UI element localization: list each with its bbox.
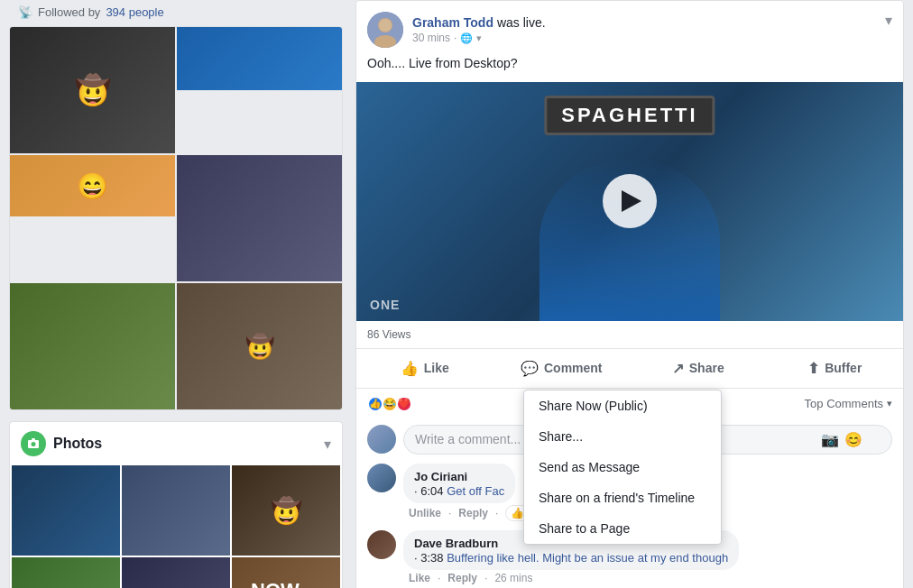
post-author-line: Graham Todd was live. — [412, 15, 546, 30]
photo-cell[interactable]: 😄 — [10, 155, 175, 216]
post-status: was live. — [497, 15, 546, 30]
action-bar: 👍 Like 💬 Comment ↗ Share ⬆ Buffer — [356, 349, 903, 389]
post-time-line: 30 mins · 🌐 ▾ — [412, 32, 546, 44]
photos-card: Photos ▾ 🤠 NOWWHAT? — [9, 421, 343, 588]
reaction-heart: ❤️ — [396, 396, 412, 412]
followed-by-section: 📡 Followed by 394 people — [9, 0, 343, 26]
current-user-avatar — [367, 425, 396, 454]
comment-author[interactable]: Jo Ciriani — [414, 470, 467, 483]
buffer-label: Buffer — [825, 361, 862, 375]
dropdown-arrow-icon[interactable]: ▾ — [476, 32, 482, 44]
photo-cell[interactable] — [177, 155, 342, 281]
buffer-button[interactable]: ⬆ Buffer — [767, 353, 904, 384]
photos-grid: 🤠 NOWWHAT? — [10, 465, 342, 588]
photo-grid-card: 🤠 😄 🤠 — [9, 26, 343, 410]
top-comments-label: Top Comments — [805, 397, 883, 410]
photos-header: Photos ▾ — [10, 422, 342, 465]
photo-thumb[interactable] — [12, 557, 120, 588]
comment-placeholder: Write a comment... — [415, 432, 521, 446]
share-to-page-option[interactable]: Share to a Page — [524, 513, 721, 544]
followed-by-text: Followed by — [38, 5, 100, 19]
like-button[interactable]: 👍 Like — [356, 353, 493, 384]
send-as-message-option[interactable]: Send as Message — [524, 452, 721, 482]
emoji-icon[interactable]: 😊 — [844, 431, 862, 448]
post-options-chevron[interactable]: ▾ — [885, 12, 892, 29]
photos-icon — [21, 431, 46, 456]
camera-icon[interactable]: 📷 — [821, 431, 839, 448]
photo-thumb[interactable] — [12, 465, 120, 556]
share-option[interactable]: Share... — [524, 421, 721, 452]
wifi-icon: 📡 — [18, 5, 32, 19]
like-button[interactable]: Like — [409, 572, 430, 584]
share-dropdown: Share Now (Public) Share... Send as Mess… — [523, 390, 722, 545]
photo-thumb[interactable] — [122, 557, 230, 588]
photo-grid: 🤠 😄 🤠 — [10, 27, 342, 409]
comment-timestamp: 3:38 — [420, 551, 443, 565]
video-views: 86 Views — [356, 321, 903, 349]
post-time: 30 mins — [412, 32, 450, 44]
play-icon — [622, 190, 641, 212]
comment-time-ago: 26 mins — [494, 572, 532, 584]
post-text: Ooh.... Live from Desktop? — [356, 55, 903, 82]
like-icon: 👍 — [401, 360, 419, 377]
photo-thumb[interactable]: 🤠 — [232, 465, 340, 556]
photos-chevron-icon[interactable]: ▾ — [324, 436, 331, 453]
top-comments-chevron-icon: ▾ — [887, 398, 892, 409]
comment-input-icons: 📷 😊 — [821, 431, 862, 448]
share-icon: ↗ — [672, 360, 684, 377]
unlike-button[interactable]: Unlike — [409, 507, 441, 519]
followed-count-link[interactable]: 394 people — [106, 5, 163, 19]
author-avatar[interactable] — [367, 12, 403, 48]
post-header-left: Graham Todd was live. 30 mins · 🌐 ▾ — [367, 12, 546, 48]
comment-author[interactable]: Dave Bradburn — [414, 537, 498, 550]
svg-rect-2 — [32, 438, 35, 441]
post-author[interactable]: Graham Todd — [412, 15, 493, 30]
photo-cell[interactable] — [177, 27, 342, 90]
comment-timestamp: 6:04 — [420, 484, 443, 498]
dot-separator: · — [454, 32, 456, 44]
commenter-avatar — [367, 530, 396, 559]
svg-point-1 — [32, 442, 36, 446]
comment-label: Comment — [544, 361, 603, 375]
video-placeholder[interactable]: SPAGHETTI ONE — [356, 82, 903, 321]
comment-actions: Like · Reply · 26 mins — [403, 570, 892, 586]
avatar-image — [367, 12, 403, 48]
photo-thumb[interactable] — [122, 465, 230, 556]
post-meta: Graham Todd was live. 30 mins · 🌐 ▾ — [412, 15, 546, 44]
comment-text: · 3:38 Buffering like hell. Might be an … — [414, 551, 728, 565]
share-label: Share — [689, 361, 724, 375]
reply-button[interactable]: Reply — [458, 507, 488, 519]
photo-cell[interactable] — [10, 283, 175, 409]
globe-icon: 🌐 — [460, 32, 473, 44]
photos-header-left: Photos — [21, 431, 102, 456]
reply-button[interactable]: Reply — [447, 572, 477, 584]
photos-title: Photos — [53, 436, 102, 452]
photo-thumb[interactable]: NOWWHAT? — [232, 557, 340, 588]
commenter-avatar — [367, 464, 396, 492]
play-button[interactable] — [603, 174, 657, 228]
comment-button[interactable]: 💬 Comment — [493, 353, 631, 384]
video-container: SPAGHETTI ONE — [356, 82, 903, 321]
spaghetti-sign: SPAGHETTI — [544, 96, 715, 135]
like-label: Like — [424, 361, 449, 375]
comment-icon: 💬 — [521, 360, 539, 377]
share-now-option[interactable]: Share Now (Public) — [524, 390, 721, 421]
comment-bubble: Jo Ciriani · 6:04 Get off Fac — [403, 464, 515, 503]
photo-cell[interactable]: 🤠 — [10, 27, 175, 153]
buffer-icon: ⬆ — [807, 360, 819, 377]
svg-point-6 — [379, 19, 392, 32]
share-button[interactable]: ↗ Share — [630, 353, 767, 384]
post-header: Graham Todd was live. 30 mins · 🌐 ▾ ▾ — [356, 1, 903, 55]
photo-cell[interactable]: 🤠 — [177, 283, 342, 409]
comment-text: · 6:04 Get off Fac — [414, 484, 504, 498]
reaction-icons: 👍 😂 ❤️ — [367, 396, 412, 412]
share-on-friends-timeline-option[interactable]: Share on a friend's Timeline — [524, 482, 721, 513]
top-comments-button[interactable]: Top Comments ▾ — [805, 397, 892, 410]
